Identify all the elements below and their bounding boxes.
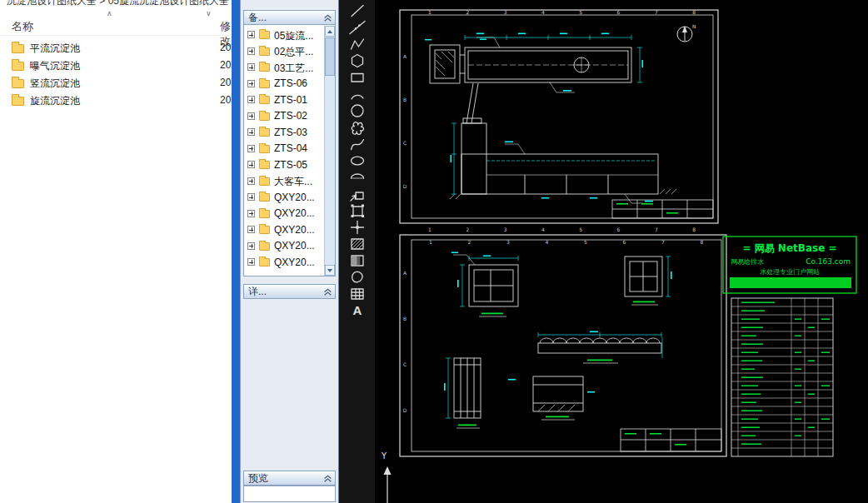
list-item[interactable]: 曝气沉淀池202 [0,57,232,74]
arrow-up-icon [327,30,332,33]
circle-tool-button[interactable] [347,102,367,119]
tree-item[interactable]: 05旋流... [244,27,335,43]
drawing-canvas[interactable]: 12345678 12345678 ABCD [375,0,868,503]
expand-plus-icon[interactable] [247,161,255,168]
tree-item-label: ZTS-02 [274,110,307,122]
tree-item-label: QXY20... [274,256,315,268]
tree-item[interactable]: QXY20... [244,238,335,255]
svg-text:6: 6 [617,9,621,15]
filter-dropdown-icon[interactable]: ∨ [206,9,212,17]
arc-tool-button[interactable] [347,86,367,102]
expand-plus-icon[interactable] [247,80,255,87]
palette-tree-scrollbar[interactable] [324,26,335,276]
ellipse-arc-tool-button[interactable] [347,169,367,186]
watermark-slogan: 水处理专业门户网站 [760,268,820,276]
svg-text:6: 6 [617,227,621,232]
tree-item[interactable]: 大客车... [244,173,335,190]
insert-block-icon [349,186,366,202]
folder-icon [259,161,270,169]
expand-plus-icon[interactable] [247,193,255,201]
sheet2-title-block [621,429,721,451]
column-header-name[interactable]: 名称 [12,19,33,34]
sheet1-dim-text-marks [425,33,653,202]
hatch-tool-button[interactable] [347,236,367,252]
expand-plus-icon[interactable] [247,63,255,71]
folder-icon [259,210,270,218]
ellipse-tool-button[interactable] [347,152,367,169]
expand-plus-icon[interactable] [247,128,255,136]
compass-n-label: N [692,23,696,29]
circle-icon [349,102,366,119]
tree-item[interactable]: ZTS-03 [244,124,335,141]
expand-plus-icon[interactable] [247,242,255,250]
list-item[interactable]: 竖流沉淀池202 [0,74,232,92]
tree-item-label: QXY20... [274,207,315,219]
expand-plus-icon[interactable] [247,258,255,266]
list-item[interactable]: 平流沉淀池202 [0,39,232,57]
construction-line-tool-button[interactable] [347,19,367,36]
tree-item[interactable]: QXY20... [244,222,335,238]
svg-text:B: B [403,316,407,321]
tree-item[interactable]: 03工艺... [244,59,335,76]
scroll-down-button[interactable] [325,265,335,276]
watermark: = 网易 NetBase = 网易给排水 Co.163.com 水处理专业门户网… [723,237,856,293]
tree-item[interactable]: QXY20... [244,254,335,271]
breadcrumb[interactable]: 沉淀池设计图纸大全 > 05旋流沉淀池设计图纸大全 [0,0,232,11]
svg-text:C: C [403,140,407,146]
expand-plus-icon[interactable] [247,177,255,185]
expand-plus-icon[interactable] [247,210,255,217]
expand-plus-icon[interactable] [247,96,255,103]
gradient-tool-button[interactable] [347,252,367,269]
line-tool-button[interactable] [347,2,367,19]
svg-text:C: C [403,361,407,367]
expand-plus-icon[interactable] [247,47,255,55]
spline-tool-button[interactable] [347,136,367,152]
tree-item-label: QXY20... [274,240,315,252]
expand-plus-icon[interactable] [247,112,255,120]
expand-plus-icon[interactable] [247,31,255,38]
tree-item[interactable]: QXY20... [244,189,335,206]
revision-cloud-tool-button[interactable] [347,119,367,136]
expand-plus-icon[interactable] [247,145,255,152]
tree-item[interactable]: QXY20... [244,206,335,222]
table-tool-button[interactable] [347,286,367,302]
svg-text:B: B [403,97,407,102]
scrollbar-thumb[interactable] [325,37,335,76]
sheet2-frame [400,235,726,456]
rectangle-tool-button[interactable] [347,69,367,86]
tree-item[interactable]: ZTS-05 [244,157,335,173]
collapse-icon[interactable] [322,286,333,297]
polygon-tool-button[interactable] [347,52,367,69]
sort-ascending-icon[interactable]: ∧ [107,9,112,17]
list-item[interactable]: 旋流沉淀池202 [0,92,232,109]
app-window: 沉淀池设计图纸大全 > 05旋流沉淀池设计图纸大全 ∧ 名称 ∨ 修改 平流沉淀… [0,0,868,503]
tree-item[interactable]: ZTS-02 [244,108,335,125]
tree-item[interactable]: 02总平... [244,43,335,60]
collapse-icon[interactable] [322,12,333,23]
palette-tree: 05旋流...02总平...03工艺...ZTS-06ZTS-01ZTS-02Z… [243,25,336,276]
tree-item[interactable]: ZTS-06 [244,76,335,92]
file-name: 曝气沉淀池 [30,59,80,73]
point-tool-button[interactable] [347,219,367,236]
revision-cloud-icon [349,119,366,136]
palette-header-preview[interactable]: 预览 [243,471,336,486]
region-tool-button[interactable] [347,269,367,286]
tree-item[interactable]: ZTS-04 [244,141,335,157]
collapse-icon[interactable] [322,473,333,484]
scroll-up-button[interactable] [325,26,335,37]
palette-header-details[interactable]: 详... [243,284,336,299]
tree-item[interactable]: ZTS-01 [244,92,335,108]
make-block-tool-button[interactable] [347,202,367,219]
ucs-y-label: Y [381,451,387,461]
polyline-tool-button[interactable] [347,36,367,52]
spline-icon [349,136,366,152]
column-header-row: ∧ 名称 ∨ 修改 [0,15,232,36]
expand-plus-icon[interactable] [247,226,255,233]
svg-text:D: D [403,407,407,413]
table-icon [349,286,366,302]
insert-block-tool-button[interactable] [347,186,367,202]
folder-icon [259,258,270,266]
palette-header-tree[interactable]: 备... [243,10,336,25]
file-modified: 202 [220,77,232,88]
multiline-text-tool-button[interactable]: A [347,302,367,319]
